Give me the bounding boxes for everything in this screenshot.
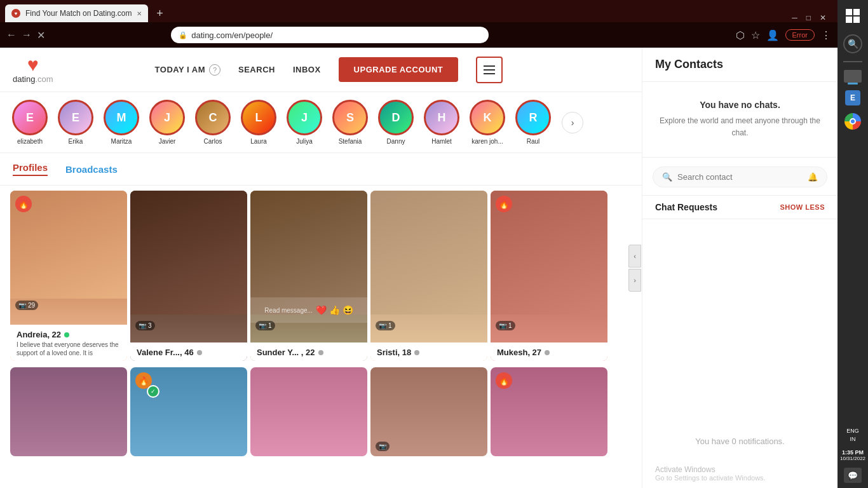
maximize-button[interactable]: □ bbox=[806, 13, 811, 22]
story-item[interactable]: L Laura bbox=[239, 100, 278, 145]
photo-count: 📷 1 bbox=[255, 321, 275, 330]
url-display[interactable]: dating.com/en/people/ bbox=[191, 30, 273, 40]
offline-indicator bbox=[197, 350, 202, 355]
no-chats-sub: Explore the world and meet anyone throug… bbox=[655, 115, 825, 139]
profile-card[interactable]: Valene Fr..., 46 📷 3 bbox=[130, 191, 247, 361]
profile-card[interactable]: 🔥 Mukesh, 27 📷 1 bbox=[491, 191, 607, 361]
system-clock[interactable]: 1:35 PM 10/31/2022 bbox=[837, 447, 868, 464]
menu-button[interactable] bbox=[476, 57, 503, 83]
profile-icon[interactable]: 👤 bbox=[766, 29, 779, 41]
back-button[interactable]: ← bbox=[6, 29, 17, 41]
profile-card[interactable] bbox=[10, 367, 127, 456]
logo-label: dating.com bbox=[13, 74, 53, 84]
logo-domain: .com bbox=[35, 74, 53, 84]
story-avatar: J bbox=[287, 100, 322, 135]
story-item[interactable]: M Maritza bbox=[102, 100, 141, 145]
bookmark-icon[interactable]: ☆ bbox=[751, 29, 760, 41]
today-i-am-nav[interactable]: TODAY I AM ? bbox=[155, 64, 220, 76]
story-name: Laura bbox=[250, 138, 267, 145]
search-icon: 🔍 bbox=[662, 172, 672, 182]
profile-card[interactable]: 🔥 bbox=[491, 367, 607, 456]
help-icon[interactable]: ? bbox=[209, 64, 220, 76]
story-item[interactable]: J Javier bbox=[147, 100, 187, 145]
search-contact-bar[interactable]: 🔍 🔔 bbox=[653, 166, 827, 187]
story-item[interactable]: E elizabeth bbox=[10, 100, 50, 145]
story-name: Javier bbox=[159, 138, 176, 145]
search-taskbar-icon[interactable]: 🔍 bbox=[843, 34, 862, 53]
tab-profiles[interactable]: Profiles bbox=[13, 162, 48, 176]
profile-card[interactable]: 🔥 Andreia, 22 I believe that everyone de… bbox=[10, 191, 127, 361]
story-item[interactable]: C Carlos bbox=[193, 100, 233, 145]
fire-badge: 🔥 bbox=[496, 196, 512, 212]
error-button[interactable]: Error bbox=[785, 29, 815, 41]
tab-broadcasts[interactable]: Broadcasts bbox=[65, 164, 118, 175]
clock-date: 10/31/2022 bbox=[840, 456, 865, 461]
story-avatar: L bbox=[241, 100, 276, 135]
profile-card[interactable]: 📷 bbox=[370, 367, 487, 456]
profile-card[interactable]: 🔥 ✓ bbox=[130, 367, 247, 456]
today-i-am-label: TODAY I AM bbox=[155, 65, 205, 74]
profile-card[interactable]: Read message... ❤️ 👍 😆 Sunder Y... , 22 … bbox=[250, 191, 367, 361]
story-avatar: D bbox=[378, 100, 414, 135]
no-chats-title: You have no chats. bbox=[655, 100, 825, 110]
offline-indicator bbox=[414, 350, 419, 355]
story-item[interactable]: S Stefania bbox=[330, 100, 370, 145]
profiles-grid-row2: 🔥 ✓ 📷 🔥 bbox=[0, 366, 642, 458]
stories-row: E elizabeth E Erika M Maritza bbox=[0, 92, 642, 153]
chat-requests-title: Chat Requests bbox=[655, 202, 717, 212]
menu-dots-icon[interactable]: ⋮ bbox=[821, 29, 831, 41]
taskbar-icon-1[interactable] bbox=[844, 70, 862, 83]
story-item[interactable]: D Danny bbox=[376, 100, 416, 145]
fire-badge: 🔥 bbox=[15, 196, 32, 212]
chat-taskbar-icon[interactable]: 💬 bbox=[844, 468, 862, 483]
minimize-button[interactable]: ─ bbox=[792, 13, 797, 22]
lang-indicator[interactable]: ENG IN bbox=[846, 428, 859, 443]
svg-rect-3 bbox=[853, 17, 860, 23]
photo-count: 📷 1 bbox=[496, 321, 515, 330]
search-nav[interactable]: SEARCH bbox=[238, 65, 275, 74]
chevron-right-icon: › bbox=[571, 118, 574, 128]
stories-next-button[interactable]: › bbox=[562, 112, 583, 133]
sidebar-header: My Contacts bbox=[642, 48, 837, 82]
windows-start-icon[interactable] bbox=[842, 5, 864, 27]
story-item[interactable]: R Raul bbox=[513, 100, 553, 145]
photo-count: 📷 1 bbox=[376, 321, 395, 330]
cast-icon[interactable]: ⬡ bbox=[736, 29, 745, 41]
panel-arrow-down[interactable]: › bbox=[628, 269, 641, 292]
story-item[interactable]: H Hamlet bbox=[422, 100, 461, 145]
no-chats-area: You have no chats. Explore the world and… bbox=[642, 82, 837, 158]
logo[interactable]: ♥ dating.com bbox=[13, 55, 53, 84]
panel-arrow-up[interactable]: ‹ bbox=[628, 245, 641, 268]
inbox-nav[interactable]: INBOX bbox=[293, 65, 321, 74]
profile-name-age: Sristi, 18 bbox=[377, 348, 481, 357]
upgrade-button[interactable]: UPGRADE ACCOUNT bbox=[339, 57, 459, 82]
search-contact-input[interactable] bbox=[677, 172, 803, 182]
chrome-extension-icon[interactable] bbox=[844, 113, 861, 130]
svg-rect-1 bbox=[853, 9, 860, 15]
sidebar-title: My Contacts bbox=[655, 58, 723, 71]
reload-button[interactable]: ✕ bbox=[37, 29, 45, 41]
win-top-icons: 🔍 E bbox=[842, 5, 864, 130]
browser-tab[interactable]: ♥ Find Your Match on Dating.com ✕ bbox=[5, 4, 148, 22]
story-avatar: E bbox=[12, 100, 48, 135]
story-item[interactable]: E Erika bbox=[56, 100, 95, 145]
story-name: Erika bbox=[69, 138, 83, 145]
sound-icon[interactable]: 🔔 bbox=[808, 172, 818, 182]
profile-card[interactable]: Sristi, 18 📷 1 bbox=[370, 191, 487, 361]
activate-sub: Go to Settings to activate Windows. bbox=[655, 474, 825, 482]
lang-region: IN bbox=[850, 436, 856, 443]
new-tab-button[interactable]: + bbox=[151, 4, 168, 22]
story-item[interactable]: J Juliya bbox=[285, 100, 324, 145]
activate-windows-notice: Activate Windows Go to Settings to activ… bbox=[642, 459, 837, 488]
story-item[interactable]: K karen joh... bbox=[468, 100, 507, 145]
notifications-area: You have 0 notifications. bbox=[642, 219, 837, 459]
forward-button[interactable]: → bbox=[22, 29, 32, 41]
tabs-row: Profiles Broadcasts bbox=[0, 153, 642, 186]
taskbar-icon-2[interactable]: E bbox=[845, 90, 860, 105]
hamburger-icon bbox=[484, 65, 495, 74]
close-tab-icon[interactable]: ✕ bbox=[137, 10, 142, 17]
close-button[interactable]: ✕ bbox=[820, 13, 826, 22]
show-less-button[interactable]: SHOW LESS bbox=[780, 203, 825, 211]
logo-heart-icon: ♥ bbox=[27, 55, 39, 74]
profile-card[interactable] bbox=[250, 367, 367, 456]
